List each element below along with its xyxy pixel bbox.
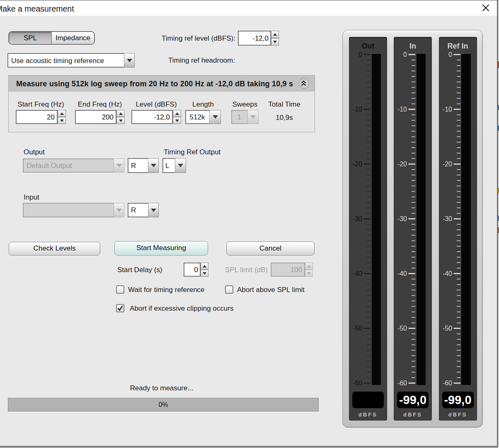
svg-text:-50: -50 [442,325,452,332]
svg-text:-10: -10 [353,106,362,113]
svg-text:-40: -40 [442,270,452,277]
svg-text:0: 0 [403,51,407,58]
svg-text:-30: -30 [442,215,452,222]
svg-text:-60: -60 [397,380,407,387]
svg-text:-50: -50 [397,325,407,332]
svg-text:0: 0 [448,51,452,58]
svg-text:-30: -30 [353,215,362,222]
svg-text:-30: -30 [397,215,407,222]
svg-text:0: 0 [359,51,362,58]
svg-text:-60: -60 [442,380,452,387]
svg-text:-20: -20 [442,161,452,168]
svg-text:-20: -20 [353,161,362,168]
svg-text:-10: -10 [442,106,452,113]
svg-text:-20: -20 [397,161,407,168]
svg-text:-40: -40 [353,270,362,277]
svg-text:-50: -50 [353,325,362,332]
svg-text:-60: -60 [353,380,362,387]
svg-text:-10: -10 [397,106,407,113]
svg-text:-40: -40 [397,270,407,277]
